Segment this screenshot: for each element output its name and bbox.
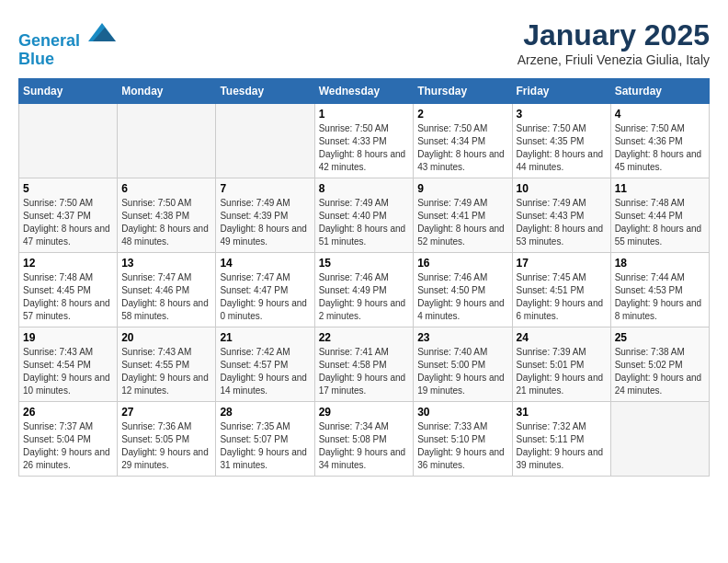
weekday-header: Friday: [512, 78, 610, 103]
day-number: 21: [220, 331, 310, 344]
weekday-header: Wednesday: [314, 78, 414, 103]
calendar-table: SundayMondayTuesdayWednesdayThursdayFrid…: [18, 78, 710, 477]
calendar-day-cell: 18Sunrise: 7:44 AM Sunset: 4:53 PM Dayli…: [610, 252, 709, 327]
day-info: Sunrise: 7:35 AM Sunset: 5:07 PM Dayligh…: [220, 420, 310, 472]
day-info: Sunrise: 7:47 AM Sunset: 4:46 PM Dayligh…: [121, 271, 211, 323]
day-info: Sunrise: 7:50 AM Sunset: 4:35 PM Dayligh…: [517, 122, 607, 174]
calendar-day-cell: [610, 401, 709, 476]
title-block: January 2025 Arzene, Friuli Venezia Giul…: [518, 18, 710, 67]
calendar-day-cell: 31Sunrise: 7:32 AM Sunset: 5:11 PM Dayli…: [512, 401, 610, 476]
day-number: 1: [319, 108, 410, 121]
calendar-day-cell: 22Sunrise: 7:41 AM Sunset: 4:58 PM Dayli…: [314, 327, 414, 401]
day-info: Sunrise: 7:50 AM Sunset: 4:37 PM Dayligh…: [23, 197, 113, 248]
day-number: 30: [417, 406, 507, 419]
calendar-day-cell: 1Sunrise: 7:50 AM Sunset: 4:33 PM Daylig…: [314, 103, 414, 178]
calendar-day-cell: 14Sunrise: 7:47 AM Sunset: 4:47 PM Dayli…: [216, 252, 314, 327]
day-number: 10: [517, 182, 607, 195]
day-info: Sunrise: 7:49 AM Sunset: 4:40 PM Dayligh…: [319, 197, 410, 248]
calendar-day-cell: 27Sunrise: 7:36 AM Sunset: 5:05 PM Dayli…: [118, 401, 216, 476]
day-info: Sunrise: 7:46 AM Sunset: 4:50 PM Dayligh…: [417, 271, 507, 323]
day-info: Sunrise: 7:33 AM Sunset: 5:10 PM Dayligh…: [417, 420, 507, 472]
day-info: Sunrise: 7:46 AM Sunset: 4:49 PM Dayligh…: [319, 271, 410, 323]
calendar-day-cell: 7Sunrise: 7:49 AM Sunset: 4:39 PM Daylig…: [216, 178, 314, 252]
calendar-day-cell: 17Sunrise: 7:45 AM Sunset: 4:51 PM Dayli…: [512, 252, 610, 327]
day-info: Sunrise: 7:48 AM Sunset: 4:45 PM Dayligh…: [23, 271, 113, 323]
day-number: 3: [517, 108, 607, 121]
calendar-week-row: 1Sunrise: 7:50 AM Sunset: 4:33 PM Daylig…: [19, 103, 710, 178]
day-info: Sunrise: 7:47 AM Sunset: 4:47 PM Dayligh…: [220, 271, 310, 323]
logo-icon: [88, 18, 116, 46]
day-info: Sunrise: 7:38 AM Sunset: 5:02 PM Dayligh…: [615, 346, 705, 397]
calendar-week-row: 26Sunrise: 7:37 AM Sunset: 5:04 PM Dayli…: [19, 401, 710, 476]
day-number: 13: [121, 257, 211, 270]
calendar-day-cell: [216, 103, 314, 178]
calendar-day-cell: 4Sunrise: 7:50 AM Sunset: 4:36 PM Daylig…: [610, 103, 709, 178]
day-number: 19: [23, 331, 113, 344]
calendar-day-cell: 29Sunrise: 7:34 AM Sunset: 5:08 PM Dayli…: [314, 401, 414, 476]
day-info: Sunrise: 7:50 AM Sunset: 4:34 PM Dayligh…: [417, 122, 507, 174]
calendar-day-cell: 12Sunrise: 7:48 AM Sunset: 4:45 PM Dayli…: [19, 252, 118, 327]
calendar-day-cell: 21Sunrise: 7:42 AM Sunset: 4:57 PM Dayli…: [216, 327, 314, 401]
day-number: 24: [517, 331, 607, 344]
day-number: 14: [220, 257, 310, 270]
calendar-day-cell: 16Sunrise: 7:46 AM Sunset: 4:50 PM Dayli…: [414, 252, 512, 327]
day-number: 8: [319, 182, 410, 195]
day-info: Sunrise: 7:32 AM Sunset: 5:11 PM Dayligh…: [517, 420, 607, 472]
day-info: Sunrise: 7:39 AM Sunset: 5:01 PM Dayligh…: [517, 346, 607, 397]
day-info: Sunrise: 7:49 AM Sunset: 4:41 PM Dayligh…: [417, 197, 507, 248]
calendar-day-cell: 10Sunrise: 7:49 AM Sunset: 4:43 PM Dayli…: [512, 178, 610, 252]
day-info: Sunrise: 7:42 AM Sunset: 4:57 PM Dayligh…: [220, 346, 310, 397]
day-number: 27: [121, 406, 211, 419]
day-number: 18: [615, 257, 705, 270]
day-number: 12: [23, 257, 113, 270]
day-info: Sunrise: 7:49 AM Sunset: 4:43 PM Dayligh…: [517, 197, 607, 248]
day-number: 15: [319, 257, 410, 270]
day-info: Sunrise: 7:49 AM Sunset: 4:39 PM Dayligh…: [220, 197, 310, 248]
day-info: Sunrise: 7:41 AM Sunset: 4:58 PM Dayligh…: [319, 346, 410, 397]
calendar-day-cell: 3Sunrise: 7:50 AM Sunset: 4:35 PM Daylig…: [512, 103, 610, 178]
calendar-day-cell: 30Sunrise: 7:33 AM Sunset: 5:10 PM Dayli…: [414, 401, 512, 476]
calendar-day-cell: 11Sunrise: 7:48 AM Sunset: 4:44 PM Dayli…: [610, 178, 709, 252]
calendar-day-cell: [118, 103, 216, 178]
calendar-day-cell: 13Sunrise: 7:47 AM Sunset: 4:46 PM Dayli…: [118, 252, 216, 327]
day-number: 16: [417, 257, 507, 270]
calendar-week-row: 5Sunrise: 7:50 AM Sunset: 4:37 PM Daylig…: [19, 178, 710, 252]
day-number: 11: [615, 182, 705, 195]
calendar-day-cell: 26Sunrise: 7:37 AM Sunset: 5:04 PM Dayli…: [19, 401, 118, 476]
day-info: Sunrise: 7:44 AM Sunset: 4:53 PM Dayligh…: [615, 271, 705, 323]
calendar-day-cell: 28Sunrise: 7:35 AM Sunset: 5:07 PM Dayli…: [216, 401, 314, 476]
day-number: 22: [319, 331, 410, 344]
day-number: 29: [319, 406, 410, 419]
day-number: 4: [615, 108, 705, 121]
calendar-day-cell: 9Sunrise: 7:49 AM Sunset: 4:41 PM Daylig…: [414, 178, 512, 252]
day-number: 20: [121, 331, 211, 344]
calendar-day-cell: 2Sunrise: 7:50 AM Sunset: 4:34 PM Daylig…: [414, 103, 512, 178]
day-info: Sunrise: 7:43 AM Sunset: 4:55 PM Dayligh…: [121, 346, 211, 397]
calendar-day-cell: [19, 103, 118, 178]
calendar-day-cell: 20Sunrise: 7:43 AM Sunset: 4:55 PM Dayli…: [118, 327, 216, 401]
page-header: General Blue January 2025 Arzene, Friuli…: [18, 18, 710, 69]
day-info: Sunrise: 7:40 AM Sunset: 5:00 PM Dayligh…: [417, 346, 507, 397]
calendar-day-cell: 15Sunrise: 7:46 AM Sunset: 4:49 PM Dayli…: [314, 252, 414, 327]
day-info: Sunrise: 7:48 AM Sunset: 4:44 PM Dayligh…: [615, 197, 705, 248]
calendar-week-row: 12Sunrise: 7:48 AM Sunset: 4:45 PM Dayli…: [19, 252, 710, 327]
logo-blue: Blue: [18, 50, 54, 68]
day-number: 2: [417, 108, 507, 121]
logo: General Blue: [18, 18, 116, 69]
weekday-header: Saturday: [610, 78, 709, 103]
location: Arzene, Friuli Venezia Giulia, Italy: [518, 52, 710, 67]
weekday-header: Sunday: [19, 78, 118, 103]
calendar-day-cell: 19Sunrise: 7:43 AM Sunset: 4:54 PM Dayli…: [19, 327, 118, 401]
weekday-header: Thursday: [414, 78, 512, 103]
calendar-header-row: SundayMondayTuesdayWednesdayThursdayFrid…: [19, 78, 710, 103]
day-info: Sunrise: 7:43 AM Sunset: 4:54 PM Dayligh…: [23, 346, 113, 397]
day-info: Sunrise: 7:50 AM Sunset: 4:38 PM Dayligh…: [121, 197, 211, 248]
calendar-day-cell: 6Sunrise: 7:50 AM Sunset: 4:38 PM Daylig…: [118, 178, 216, 252]
day-info: Sunrise: 7:50 AM Sunset: 4:33 PM Dayligh…: [319, 122, 410, 174]
calendar-day-cell: 8Sunrise: 7:49 AM Sunset: 4:40 PM Daylig…: [314, 178, 414, 252]
weekday-header: Monday: [118, 78, 216, 103]
day-number: 7: [220, 182, 310, 195]
calendar-week-row: 19Sunrise: 7:43 AM Sunset: 4:54 PM Dayli…: [19, 327, 710, 401]
calendar-day-cell: 23Sunrise: 7:40 AM Sunset: 5:00 PM Dayli…: [414, 327, 512, 401]
day-info: Sunrise: 7:34 AM Sunset: 5:08 PM Dayligh…: [319, 420, 410, 472]
